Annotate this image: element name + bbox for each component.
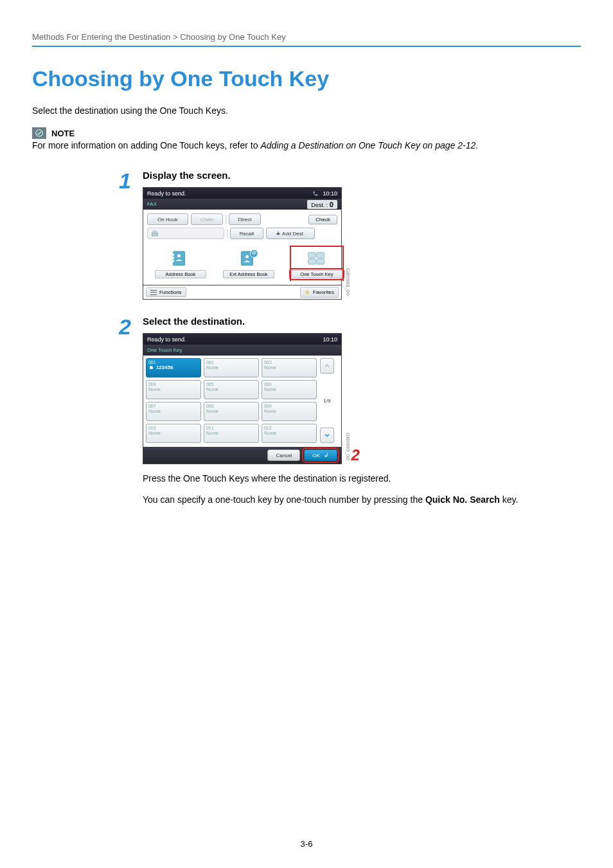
svg-rect-3 (152, 233, 157, 236)
svg-rect-14 (317, 253, 324, 258)
svg-point-12 (245, 255, 249, 258)
page-up-button[interactable] (320, 358, 334, 374)
one-touch-key-009[interactable]: 009None (262, 402, 317, 421)
star-icon: ★ (305, 289, 310, 296)
destination-list[interactable] (147, 228, 224, 239)
ext-address-book-button[interactable]: Ext Address Book (223, 248, 274, 278)
one-touch-key-001[interactable]: 001123456 (146, 358, 201, 377)
svg-line-2 (39, 132, 41, 135)
fax-machine-icon (150, 230, 159, 237)
one-touch-key-005[interactable]: 005None (204, 380, 259, 399)
mode-label: One Touch Key (147, 347, 182, 353)
one-touch-key-icon (306, 248, 328, 267)
breadcrumb: Methods For Entering the Destination > C… (32, 32, 581, 42)
on-hook-button[interactable]: On Hook (147, 213, 188, 225)
note-body: For more information on adding One Touch… (32, 140, 581, 150)
add-destination-button[interactable]: +Add Dest. (266, 228, 315, 239)
one-touch-keys-grid: 001123456002None003None004None005None006… (146, 358, 317, 443)
menu-icon (150, 290, 157, 295)
check-button[interactable]: Check (308, 215, 337, 224)
address-book-button[interactable]: Address Book (155, 248, 206, 278)
step-2-title: Select the destination. (143, 316, 581, 327)
step-2-body-1: Press the One Touch Keys where the desti… (143, 472, 581, 485)
svg-rect-5 (173, 251, 184, 266)
one-touch-key-007[interactable]: 007None (146, 402, 201, 421)
mode-label: FAX (147, 201, 157, 207)
enter-icon: ↲ (324, 452, 329, 458)
clock-text: 10:10 (323, 190, 337, 197)
one-touch-key-label: One Touch Key (291, 270, 342, 278)
phone-icon (312, 190, 319, 197)
page-number: 3-6 (0, 839, 613, 849)
one-touch-key-008[interactable]: 008None (204, 402, 259, 421)
plus-icon: + (276, 230, 280, 237)
svg-rect-7 (172, 257, 174, 258)
chevron-down-icon (323, 431, 331, 439)
ok-button[interactable]: OK↲ (304, 449, 337, 461)
svg-rect-18 (150, 366, 153, 367)
status-text: Ready to send. (147, 336, 186, 343)
svg-rect-13 (308, 253, 316, 258)
screen-id: GB0995_00 (345, 433, 351, 460)
chain-button[interactable]: Chain (191, 213, 223, 225)
fax-small-icon (148, 365, 154, 370)
address-book-label: Address Book (155, 270, 206, 278)
one-touch-key-010[interactable]: 010None (146, 424, 201, 443)
one-touch-key-006[interactable]: 006None (262, 380, 317, 399)
page-title: Choosing by One Touch Key (32, 66, 581, 91)
svg-rect-17 (150, 367, 153, 369)
address-book-icon (170, 248, 191, 267)
step-2-number: 2 (119, 316, 131, 507)
step-2-body-2: You can specify a one-touch key by one-t… (143, 493, 581, 507)
svg-point-0 (36, 130, 43, 137)
svg-rect-15 (308, 259, 316, 264)
clock-text: 10:10 (323, 336, 337, 343)
one-touch-key-button[interactable]: One Touch Key (291, 248, 342, 278)
step-1-title: Display the screen. (143, 170, 581, 181)
favorites-button[interactable]: ★ Favorites (300, 287, 339, 298)
step-1-number: 1 (119, 170, 131, 300)
fax-send-panel: Ready to send. 10:10 FAX Dest. : 0 On Ho… (143, 187, 342, 300)
note-icon (32, 127, 46, 139)
functions-button[interactable]: Functions (146, 287, 186, 297)
callout-number: 2 (351, 446, 360, 464)
cancel-button[interactable]: Cancel (267, 449, 300, 461)
one-touch-key-011[interactable]: 011None (204, 424, 259, 443)
svg-rect-6 (172, 253, 174, 255)
chevron-up-icon (323, 362, 331, 370)
header-rule (32, 46, 581, 47)
ext-address-book-icon (238, 248, 260, 267)
recall-button[interactable]: Recall (230, 228, 263, 239)
note-link-text: Adding a Destination on One Touch Key on… (260, 140, 475, 150)
one-touch-key-004[interactable]: 004None (146, 380, 201, 399)
intro-text: Select the destination using the One Tou… (32, 105, 581, 116)
screen-id: GB0989_00 (345, 268, 351, 296)
page-down-button[interactable] (320, 428, 334, 443)
svg-point-9 (177, 254, 181, 257)
one-touch-key-002[interactable]: 002None (204, 358, 259, 377)
one-touch-panel: Ready to send. 10:10 One Touch Key 00112… (143, 333, 342, 464)
one-touch-key-003[interactable]: 003None (262, 358, 317, 377)
dest-count: Dest. : 0 (307, 200, 337, 209)
status-text: Ready to send. (147, 190, 186, 197)
direct-button[interactable]: Direct (229, 213, 261, 225)
svg-rect-16 (317, 259, 324, 264)
note-label: NOTE (51, 129, 75, 138)
svg-rect-8 (172, 260, 174, 262)
one-touch-key-012[interactable]: 012None (262, 424, 317, 443)
note-suffix: . (475, 140, 478, 150)
page-indicator: 1/9 (323, 398, 330, 404)
svg-rect-4 (153, 231, 157, 233)
note-prefix: For more information on adding One Touch… (32, 140, 260, 150)
ext-address-book-label: Ext Address Book (223, 270, 274, 278)
